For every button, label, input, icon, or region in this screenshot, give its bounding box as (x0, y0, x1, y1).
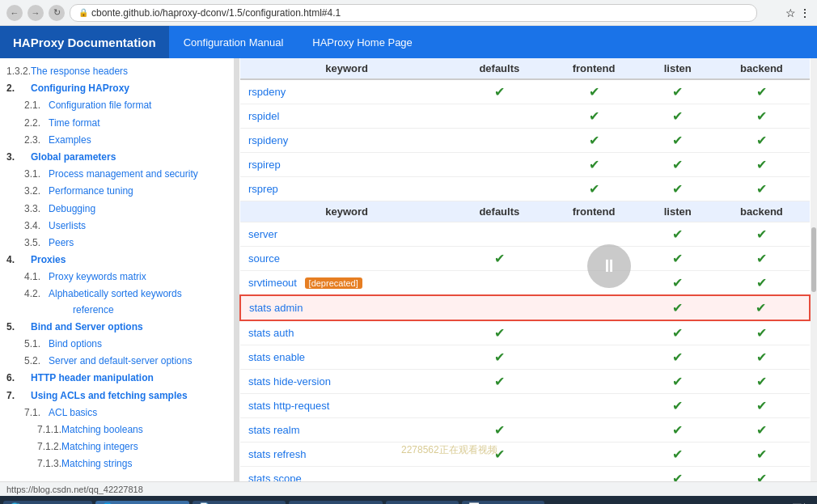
keyword-cell[interactable]: rspirep (240, 153, 453, 177)
keyword-cell[interactable]: stats realm (240, 418, 453, 443)
keyword-cell[interactable]: server (240, 222, 453, 247)
check-cell: ✔ (713, 247, 810, 271)
mid-header-defaults: defaults (453, 201, 545, 222)
check-cell: ✔ (642, 222, 713, 247)
url-bar[interactable]: 🔒 cbonte.github.io/haproxy-dconv/1.5/con… (70, 4, 757, 22)
check-cell (545, 345, 641, 370)
sidebar-item-2-1[interactable]: 2.1. Configuration file format (0, 97, 234, 114)
check-cell: ✔ (642, 394, 713, 418)
app-header: HAProxy Documentation Configuration Manu… (0, 26, 817, 58)
sidebar-item-2-3[interactable]: 2.3. Examples (0, 132, 234, 149)
check-cell: ✔ (642, 295, 713, 320)
check-cell (453, 129, 545, 153)
check-cell: ✔ (642, 79, 713, 104)
keyword-cell[interactable]: source (240, 247, 453, 271)
sidebar-item-4-2[interactable]: 4.2. Alphabetically sorted keywordsrefer… (0, 286, 234, 318)
check-cell: ✔ (453, 320, 545, 345)
status-url: https://blog.csdn.net/qq_42227818 (6, 485, 143, 494)
check-cell (453, 104, 545, 129)
taskbar-haproxy-ppt[interactable]: 📊 HAProxy.ppt * (462, 501, 544, 505)
sidebar-item-2-2[interactable]: 2.2. Time format (0, 115, 234, 132)
app-title: HAProxy Documentation (0, 26, 169, 58)
sidebar-item-7-1-3[interactable]: 7.1.3. Matching strings (0, 455, 234, 472)
sidebar-section-5: 5. Bind and Server options (0, 319, 234, 336)
keyword-cell[interactable]: stats auth (240, 320, 453, 345)
sidebar-item-7-1[interactable]: 7.1. ACL basics (0, 404, 234, 421)
col-frontend: frontend (545, 58, 641, 79)
sidebar-item-5-1[interactable]: 5.1. Bind options (0, 336, 234, 353)
menu-icon[interactable]: ⋮ (799, 6, 811, 19)
table-row: server ✔ ✔ (240, 222, 810, 247)
keyword-cell[interactable]: rspdeny (240, 79, 453, 104)
check-cell: ✔ (713, 418, 810, 443)
check-cell: ✔ (713, 295, 810, 320)
check-cell (545, 247, 641, 271)
check-cell: ✔ (642, 104, 713, 129)
sidebar-item-4-1[interactable]: 4.1. Proxy keywords matrix (0, 269, 234, 286)
sidebar-item-3-5[interactable]: 3.5. Peers (0, 235, 234, 252)
forward-button[interactable]: → (28, 5, 44, 21)
keyword-cell[interactable]: rspidel (240, 104, 453, 129)
taskbar: 🐬 19th — Dolphin 🌐 HAProxy version 📄 HAP… (0, 496, 817, 504)
keyword-cell[interactable]: rspideny (240, 129, 453, 153)
keyword-cell[interactable]: stats admin (240, 295, 453, 320)
taskbar-vnc[interactable]: 🖥 VNC Server (386, 501, 459, 504)
taskbar-haproxy-version[interactable]: 🌐 HAProxy version (95, 501, 189, 505)
sidebar-item-response-headers[interactable]: 1.3.2. The response headers (0, 63, 234, 80)
scrollbar[interactable] (811, 58, 817, 481)
check-cell: ✔ (545, 104, 641, 129)
keyword-cell[interactable]: stats enable (240, 345, 453, 370)
tab-configuration-manual[interactable]: Configuration Manual (169, 26, 298, 58)
check-cell (453, 295, 545, 320)
keyword-cell[interactable]: stats refresh (240, 443, 453, 467)
check-cell: ✔ (713, 345, 810, 370)
keyword-cell[interactable]: stats scope (240, 467, 453, 482)
check-cell: ✔ (545, 153, 641, 177)
check-cell: ✔ (642, 418, 713, 443)
sidebar-item-7-1-2[interactable]: 7.1.2. Matching integers (0, 438, 234, 455)
taskbar-root-node[interactable]: 💻 root@node1:/etc (289, 501, 383, 505)
check-cell: ✔ (642, 177, 713, 201)
check-cell (545, 222, 641, 247)
sidebar-item-3-1[interactable]: 3.1. Process management and security (0, 166, 234, 183)
sidebar-item-7-1-1[interactable]: 7.1.1. Matching booleans (0, 421, 234, 438)
col-backend: backend (713, 58, 810, 79)
sidebar-item-5-2[interactable]: 5.2. Server and default-server options (0, 353, 234, 370)
table-row: stats enable ✔ ✔ ✔ (240, 345, 810, 370)
check-cell (545, 271, 641, 296)
taskbar-time: us 2:56 下午 (756, 502, 814, 505)
sidebar-item-3-2[interactable]: 3.2. Performance tuning (0, 183, 234, 200)
reload-button[interactable]: ↻ (49, 5, 65, 21)
taskbar-haproxy-txt[interactable]: 📄 HAProxy.txt — E (193, 501, 286, 505)
check-cell: ✔ (713, 394, 810, 418)
check-cell: ✔ (453, 443, 545, 467)
check-cell: ✔ (545, 129, 641, 153)
check-cell: ✔ (642, 345, 713, 370)
table-row: rspdeny ✔ ✔ ✔ ✔ (240, 79, 810, 104)
check-cell: ✔ (642, 443, 713, 467)
scroll-thumb[interactable] (811, 227, 816, 292)
proxy-table: keyword defaults frontend listen backend… (239, 58, 811, 481)
keyword-cell[interactable]: rsprep (240, 177, 453, 201)
keyword-cell[interactable]: srvtimeout [deprecated] (240, 271, 453, 296)
check-cell: ✔ (642, 320, 713, 345)
table-row: stats hide-version ✔ ✔ ✔ (240, 370, 810, 394)
check-cell: ✔ (713, 104, 810, 129)
back-button[interactable]: ← (6, 5, 23, 21)
table-row: stats auth ✔ ✔ ✔ (240, 320, 810, 345)
table-row: stats http-request ✔ ✔ (240, 394, 810, 418)
keyword-cell[interactable]: stats http-request (240, 394, 453, 418)
check-cell: ✔ (713, 79, 810, 104)
tab-haproxy-home[interactable]: HAProxy Home Page (298, 26, 427, 58)
check-cell: ✔ (453, 370, 545, 394)
keyword-cell[interactable]: stats hide-version (240, 370, 453, 394)
taskbar-dolphin[interactable]: 🐬 19th — Dolphin (3, 501, 92, 505)
sidebar-item-3-3[interactable]: 3.3. Debugging (0, 201, 234, 218)
check-cell: ✔ (453, 418, 545, 443)
check-cell: ✔ (453, 247, 545, 271)
sidebar-section-6: 6. HTTP header manipulation (0, 370, 234, 387)
sidebar-item-3-4[interactable]: 3.4. Userlists (0, 218, 234, 235)
bookmark-icon[interactable]: ☆ (785, 6, 796, 19)
table-row: stats refresh ✔ ✔ ✔ (240, 443, 810, 467)
check-cell: ✔ (453, 79, 545, 104)
